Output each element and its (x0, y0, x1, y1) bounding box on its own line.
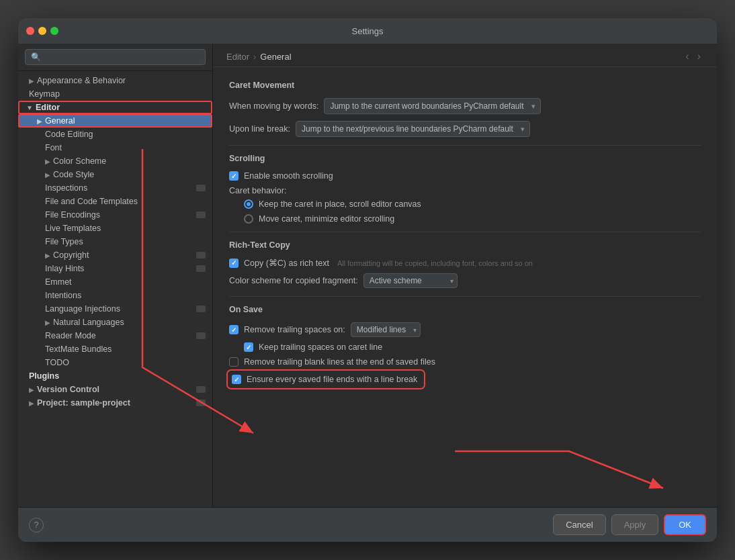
window-title: Settings (352, 26, 384, 36)
sidebar-item-project[interactable]: ▶ Project: sample-project (18, 396, 212, 410)
sidebar-item-general[interactable]: ▶ General (18, 114, 212, 128)
sidebar-item-label: Natural Languages (53, 318, 124, 327)
expand-icon: ▶ (45, 171, 50, 179)
sidebar-item-label: Language Injections (45, 304, 120, 314)
expand-icon: ▶ (29, 400, 34, 407)
ensure-line-break-row: ✓ Ensure every saved file ends with a li… (229, 372, 701, 387)
divider-3 (229, 296, 701, 297)
when-moving-dropdown[interactable]: Jump to the current word boundaries PyCh… (324, 98, 541, 114)
nav-forward-button[interactable]: › (695, 50, 703, 62)
ensure-line-break-label: Ensure every saved file ends with a line… (247, 375, 417, 384)
sidebar-item-language-injections[interactable]: Language Injections (18, 302, 212, 316)
sidebar-item-appearance[interactable]: ▶ Appearance & Behavior (18, 74, 212, 87)
copy-rich-checkbox[interactable]: ✓ (229, 259, 239, 268)
smooth-scrolling-checkbox[interactable]: ✓ (229, 171, 239, 181)
checkmark-icon: ✓ (231, 259, 236, 267)
nav-arrows: ‹ › (683, 50, 703, 62)
sidebar-item-label: Intentions (45, 291, 81, 300)
checkmark-icon: ✓ (234, 376, 239, 383)
radio-move-caret[interactable] (244, 214, 253, 224)
cancel-button[interactable]: Cancel (553, 514, 605, 535)
sidebar-item-inspections[interactable]: Inspections (18, 181, 212, 195)
sidebar-item-plugins[interactable]: Plugins (18, 369, 212, 383)
when-moving-row: When moving by words: Jump to the curren… (229, 98, 701, 114)
when-moving-label: When moving by words: (229, 101, 318, 111)
sidebar-nav: ▶ Appearance & Behavior Keymap ▼ Editor (18, 71, 212, 507)
sidebar-item-file-types[interactable]: File Types (18, 235, 212, 248)
title-bar: Settings (18, 18, 717, 44)
color-scheme-row: Color scheme for copied fragment: Active… (229, 273, 701, 288)
sidebar-item-file-code-templates[interactable]: File and Code Templates (18, 195, 212, 208)
sidebar-item-label: Inspections (45, 183, 87, 193)
traffic-lights (26, 27, 58, 35)
radio-keep-caret[interactable] (244, 199, 253, 209)
sidebar-item-label: TODO (45, 358, 69, 367)
color-scheme-label: Color scheme for copied fragment: (229, 276, 358, 285)
help-button[interactable]: ? (29, 518, 44, 532)
expand-icon: ▶ (45, 158, 50, 165)
maximize-button[interactable] (50, 27, 58, 35)
search-input[interactable] (25, 49, 206, 65)
sidebar-item-label: Font (45, 143, 62, 152)
sidebar-item-copyright[interactable]: ▶ Copyright (18, 248, 212, 262)
remove-trailing-select-wrapper: Modified lines (351, 322, 421, 337)
breadcrumb: Editor › General ‹ › (213, 44, 717, 67)
sidebar-item-label: Live Templates (45, 224, 101, 233)
main-panel: Editor › General ‹ › Caret Movement When… (213, 44, 717, 507)
sidebar-item-editor[interactable]: ▼ Editor (18, 101, 212, 114)
sidebar-item-font[interactable]: Font (18, 141, 212, 154)
remove-trailing-label: Remove trailing spaces on: (244, 325, 345, 334)
sidebar-item-reader-mode[interactable]: Reader Mode (18, 329, 212, 342)
sidebar-item-keymap[interactable]: Keymap (18, 87, 212, 101)
sidebar-item-emmet[interactable]: Emmet (18, 275, 212, 289)
ok-button[interactable]: OK (664, 514, 706, 535)
sidebar-item-textmate-bundles[interactable]: TextMate Bundles (18, 342, 212, 356)
breadcrumb-current: General (260, 52, 291, 62)
remove-blank-label: Remove trailing blank lines at the end o… (244, 357, 435, 367)
expand-icon: ▶ (29, 77, 34, 85)
rich-text-title: Rich-Text Copy (229, 240, 701, 250)
remove-trailing-checkbox[interactable]: ✓ (229, 325, 239, 334)
color-scheme-dropdown[interactable]: Active scheme (363, 273, 458, 288)
remove-trailing-row: ✓ Remove trailing spaces on: Modified li… (229, 322, 701, 337)
badge-icon (196, 252, 206, 259)
nav-back-button[interactable]: ‹ (683, 50, 691, 62)
badge-icon (196, 400, 206, 406)
sidebar-item-file-encodings[interactable]: File Encodings (18, 208, 212, 222)
sidebar-item-label: Editor (36, 103, 60, 112)
radio-keep-label: Keep the caret in place, scroll editor c… (259, 199, 421, 209)
sidebar-item-color-scheme[interactable]: ▶ Color Scheme (18, 154, 212, 168)
sidebar-item-code-style[interactable]: ▶ Code Style (18, 168, 212, 181)
caret-behavior-label-row: Caret behavior: (229, 186, 701, 195)
sidebar-item-code-editing[interactable]: Code Editing (18, 128, 212, 141)
copy-rich-row: ✓ Copy (⌘C) as rich text All formatting … (229, 258, 701, 268)
copy-rich-label: Copy (⌘C) as rich text (244, 258, 329, 268)
scrolling-title: Scrolling (229, 154, 701, 163)
sidebar-item-intentions[interactable]: Intentions (18, 289, 212, 302)
remove-trailing-dropdown[interactable]: Modified lines (351, 322, 421, 337)
upon-line-break-dropdown[interactable]: Jump to the next/previous line boundarie… (296, 121, 530, 137)
sidebar-item-label: File and Code Templates (45, 197, 138, 206)
sidebar-item-live-templates[interactable]: Live Templates (18, 222, 212, 235)
badge-icon (196, 332, 206, 339)
sidebar-item-label: Code Style (53, 170, 94, 179)
ensure-line-break-checkbox[interactable]: ✓ (232, 375, 241, 384)
divider-1 (229, 145, 701, 146)
sidebar-item-label: File Encodings (45, 210, 100, 220)
sidebar-item-inlay-hints[interactable]: Inlay Hints (18, 262, 212, 275)
breadcrumb-sep: › (253, 52, 256, 62)
sidebar-item-version-control[interactable]: ▶ Version Control (18, 383, 212, 396)
minimize-button[interactable] (38, 27, 46, 35)
sidebar-item-label: Plugins (29, 371, 59, 381)
sidebar-item-label: Project: sample-project (37, 398, 130, 408)
sidebar-item-label: Copyright (53, 250, 89, 260)
sidebar-item-natural-languages[interactable]: ▶ Natural Languages (18, 316, 212, 329)
close-button[interactable] (26, 27, 34, 35)
remove-blank-checkbox[interactable] (229, 357, 239, 367)
divider-2 (229, 232, 701, 232)
apply-button[interactable]: Apply (611, 514, 659, 535)
keep-trailing-checkbox[interactable]: ✓ (244, 342, 253, 352)
smooth-scrolling-label: Enable smooth scrolling (244, 171, 333, 181)
sidebar-item-todo[interactable]: TODO (18, 356, 212, 369)
sidebar-item-label: Keymap (29, 89, 60, 99)
